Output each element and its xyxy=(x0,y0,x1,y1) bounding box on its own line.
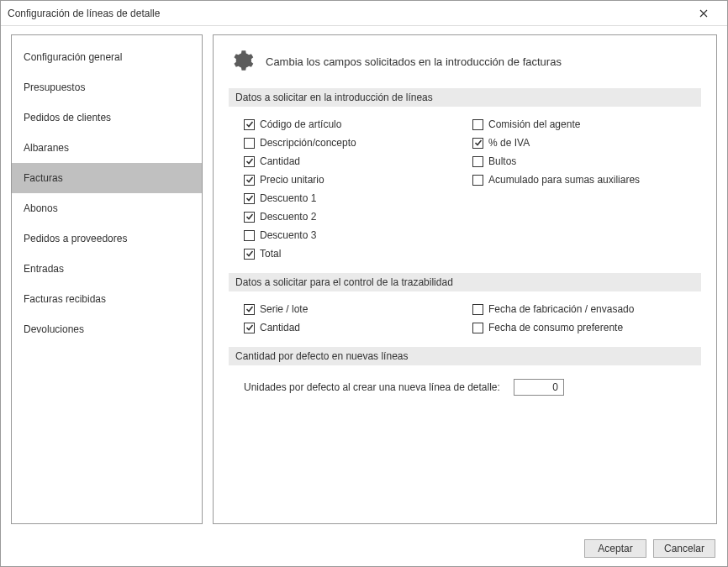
section2-header: Datos a solicitar para el control de la … xyxy=(229,273,701,291)
sidebar-item-label: Facturas recibidas xyxy=(24,293,106,305)
s1-right-row-0: Comisión del agente xyxy=(472,117,701,132)
sidebar-item-1[interactable]: Presupuestos xyxy=(12,72,202,102)
s1-left-checkbox-1[interactable] xyxy=(244,138,255,149)
s1-left-checkbox-3[interactable] xyxy=(244,175,255,186)
s2-left-row-1: Cantidad xyxy=(244,320,472,335)
s2-left-checkbox-0[interactable] xyxy=(244,304,255,315)
default-quantity-row: Unidades por defecto al crear una nueva … xyxy=(229,372,701,396)
gear-icon xyxy=(230,49,254,75)
section3-header: Cantidad por defecto en nuevas líneas xyxy=(229,347,701,365)
sidebar-nav: Configuración generalPresupuestosPedidos… xyxy=(11,34,203,524)
s1-left-row-7: Total xyxy=(244,246,472,261)
cancel-button[interactable]: Cancelar xyxy=(653,539,715,558)
titlebar: Configuración de líneas de detalle xyxy=(1,1,727,26)
s1-left-checkbox-4[interactable] xyxy=(244,193,255,204)
s1-left-label-1: Descripción/concepto xyxy=(260,137,356,149)
s1-left-row-5: Descuento 2 xyxy=(244,209,472,224)
s1-left-checkbox-6[interactable] xyxy=(244,230,255,241)
s2-left-checkbox-1[interactable] xyxy=(244,323,255,333)
sidebar-item-label: Devoluciones xyxy=(24,323,84,335)
sidebar-item-4[interactable]: Facturas xyxy=(12,163,202,193)
s1-right-label-3: Acumulado para sumas auxiliares xyxy=(488,174,640,186)
section1-header: Datos a solicitar en la introducción de … xyxy=(229,88,701,107)
dialog-window: Configuración de líneas de detalle Confi… xyxy=(0,0,728,567)
s1-right-checkbox-1[interactable] xyxy=(472,138,483,149)
check-icon xyxy=(245,323,254,332)
s1-left-checkbox-5[interactable] xyxy=(244,212,255,223)
sidebar-item-6[interactable]: Pedidos a proveedores xyxy=(12,223,202,254)
s1-left-row-3: Precio unitario xyxy=(244,172,472,187)
sidebar-item-9[interactable]: Devoluciones xyxy=(12,314,202,344)
check-icon xyxy=(245,176,254,184)
s1-left-row-1: Descripción/concepto xyxy=(244,135,472,150)
heading-row: Cambia los campos solicitados en la intr… xyxy=(229,45,701,88)
accept-button[interactable]: Aceptar xyxy=(584,539,646,558)
sidebar-item-label: Presupuestos xyxy=(24,81,85,93)
sidebar-item-label: Pedidos de clientes xyxy=(24,112,111,123)
s1-left-label-4: Descuento 1 xyxy=(260,192,316,204)
check-icon xyxy=(245,194,254,202)
sidebar-item-8[interactable]: Facturas recibidas xyxy=(12,284,202,314)
s1-left-label-3: Precio unitario xyxy=(260,174,324,186)
sidebar-item-0[interactable]: Configuración general xyxy=(12,42,202,72)
s2-right-row-1: Fecha de consumo preferente xyxy=(472,320,701,335)
sidebar-item-5[interactable]: Abonos xyxy=(12,193,202,223)
s2-right-label-0: Fecha de fabricación / envasado xyxy=(488,303,634,315)
s1-right-row-3: Acumulado para sumas auxiliares xyxy=(472,172,701,187)
s1-left-label-6: Descuento 3 xyxy=(260,229,316,241)
check-icon xyxy=(245,120,254,129)
s2-right-row-0: Fecha de fabricación / envasado xyxy=(472,302,701,317)
button-bar: Aceptar Cancelar xyxy=(1,531,727,566)
s1-left-row-4: Descuento 1 xyxy=(244,191,472,206)
page-heading: Cambia los campos solicitados en la intr… xyxy=(266,55,562,68)
check-icon xyxy=(245,213,254,221)
default-quantity-label: Unidades por defecto al crear una nueva … xyxy=(244,381,500,393)
sidebar-item-label: Entradas xyxy=(24,263,64,275)
s1-left-label-5: Descuento 2 xyxy=(260,211,316,223)
close-button[interactable] xyxy=(687,2,720,25)
sidebar-item-label: Abonos xyxy=(24,202,58,214)
check-icon xyxy=(245,305,254,313)
s2-left-row-0: Serie / lote xyxy=(244,302,472,317)
s1-right-label-0: Comisión del agente xyxy=(488,118,580,130)
sidebar-item-2[interactable]: Pedidos de clientes xyxy=(12,102,202,133)
s1-left-row-0: Código de artículo xyxy=(244,117,472,132)
sidebar-item-label: Facturas xyxy=(24,172,63,184)
s1-right-checkbox-2[interactable] xyxy=(472,156,483,167)
s1-right-row-2: Bultos xyxy=(472,154,701,169)
s2-left-label-1: Cantidad xyxy=(260,322,300,333)
s1-left-label-0: Código de artículo xyxy=(260,118,341,130)
content-area: Configuración generalPresupuestosPedidos… xyxy=(1,26,727,531)
s1-right-checkbox-0[interactable] xyxy=(472,119,483,130)
section2-fields: Serie / loteCantidad Fecha de fabricació… xyxy=(229,298,701,347)
s1-left-row-2: Cantidad xyxy=(244,154,472,169)
s1-left-checkbox-2[interactable] xyxy=(244,156,255,167)
s2-right-label-1: Fecha de consumo preferente xyxy=(488,322,623,333)
sidebar-item-3[interactable]: Albaranes xyxy=(12,133,202,163)
sidebar-item-label: Pedidos a proveedores xyxy=(24,233,127,244)
s1-left-row-6: Descuento 3 xyxy=(244,228,472,243)
s2-right-checkbox-1[interactable] xyxy=(472,323,483,333)
check-icon xyxy=(245,157,254,165)
window-title: Configuración de líneas de detalle xyxy=(8,8,687,19)
close-icon xyxy=(699,9,708,18)
s1-left-label-2: Cantidad xyxy=(260,155,300,167)
check-icon xyxy=(245,249,254,258)
sidebar-item-label: Albaranes xyxy=(24,142,69,154)
s1-left-checkbox-7[interactable] xyxy=(244,249,255,260)
check-icon xyxy=(474,139,483,147)
s1-right-label-2: Bultos xyxy=(488,155,516,167)
main-panel: Cambia los campos solicitados en la intr… xyxy=(213,34,717,524)
s2-right-checkbox-0[interactable] xyxy=(472,304,483,315)
default-quantity-input[interactable] xyxy=(514,379,564,396)
s1-right-checkbox-3[interactable] xyxy=(472,175,483,186)
sidebar-item-7[interactable]: Entradas xyxy=(12,254,202,284)
s2-left-label-0: Serie / lote xyxy=(260,303,308,315)
section1-fields: Código de artículoDescripción/conceptoCa… xyxy=(229,113,701,273)
s1-left-label-7: Total xyxy=(260,248,281,260)
s1-right-label-1: % de IVA xyxy=(488,137,530,149)
s1-right-row-1: % de IVA xyxy=(472,135,701,150)
sidebar-item-label: Configuración general xyxy=(24,51,122,63)
s1-left-checkbox-0[interactable] xyxy=(244,119,255,130)
